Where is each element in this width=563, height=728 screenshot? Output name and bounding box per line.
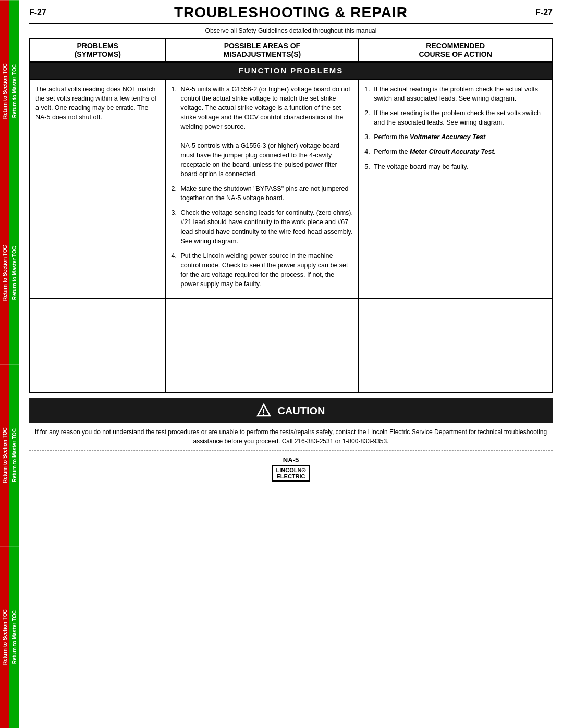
list-item: 5. The voltage board may be faulty. (364, 162, 546, 171)
list-item: 1. NA-5 units with a G1556-2 (or higher)… (172, 84, 353, 179)
brand-name: LINCOLN (276, 467, 302, 473)
list-item: 4. Put the Lincoln welding power source … (172, 251, 353, 289)
caution-text: If for any reason you do not understand … (29, 427, 553, 446)
lincoln-logo: LINCOLN® ELECTRIC (272, 465, 310, 482)
page-header: F-27 TROUBLESHOOTING & REPAIR F-27 (29, 0, 553, 24)
caution-label: CAUTION (277, 405, 325, 417)
side-tab-section-toc-2[interactable]: Return to Section TOC (0, 182, 9, 364)
header-problems: PROBLEMS(SYMPTOMS) (30, 38, 166, 62)
empty-row (30, 299, 552, 392)
problems-cell: The actual volts reading does NOT match … (30, 80, 166, 299)
side-tab-section-toc-4[interactable]: Return to Section TOC (0, 546, 9, 728)
registered-icon: ® (301, 467, 305, 473)
table-row: The actual volts reading does NOT match … (30, 80, 552, 299)
header-possible: POSSIBLE AREAS OFMISADJUSTMENTS(S) (166, 38, 359, 62)
side-tab-master-toc-3[interactable]: Return to Master TOC (9, 364, 19, 546)
recommended-cell: 1. If the actual reading is the problem … (359, 80, 552, 299)
header-recommended: RECOMMENDEDCOURSE OF ACTION (359, 38, 552, 62)
page-num-right: F-27 (535, 8, 553, 17)
side-tab-master-toc-4[interactable]: Return to Master TOC (9, 546, 19, 728)
possible-list: 1. NA-5 units with a G1556-2 (or higher)… (172, 84, 353, 289)
footer-divider (29, 450, 553, 451)
footer-model: NA-5 (29, 456, 553, 464)
side-tab-section-toc-1[interactable]: Return to Section TOC (0, 0, 9, 182)
list-item: 2. If the set reading is the problem che… (364, 108, 546, 127)
side-tab-master-toc-1[interactable]: Return to Master TOC (9, 0, 19, 182)
page-num-left: F-27 (29, 8, 46, 17)
section-header-cell: FUNCTION PROBLEMS (30, 62, 552, 80)
side-tab-master-toc-2[interactable]: Return to Master TOC (9, 182, 19, 364)
section-header-text: FUNCTION PROBLEMS (239, 66, 344, 75)
side-tab-section-toc-3[interactable]: Return to Section TOC (0, 364, 9, 546)
list-item: 1. If the actual reading is the problem … (364, 84, 546, 103)
caution-triangle-icon: ! (256, 403, 271, 418)
problems-text: The actual volts reading does NOT match … (35, 85, 156, 121)
safety-note: Observe all Safety Guidelines detailed t… (29, 24, 553, 38)
caution-bar: ! CAUTION (29, 398, 553, 423)
page-title: TROUBLESHOOTING & REPAIR (46, 4, 535, 21)
table-header-row: PROBLEMS(SYMPTOMS) POSSIBLE AREAS OFMISA… (30, 38, 552, 62)
svg-text:!: ! (263, 408, 265, 416)
recommended-list: 1. If the actual reading is the problem … (364, 84, 546, 171)
brand-sub: ELECTRIC (277, 473, 305, 479)
list-item: 3. Check the voltage sensing leads for c… (172, 208, 353, 246)
section-header-row: FUNCTION PROBLEMS (30, 62, 552, 80)
list-item: 4. Perform the Meter Circuit Accuraty Te… (364, 147, 546, 156)
possible-cell: 1. NA-5 units with a G1556-2 (or higher)… (166, 80, 359, 299)
list-item: 3. Perform the Voltmeter Accuracy Test (364, 132, 546, 142)
side-tabs: Return to Section TOC Return to Master T… (0, 0, 19, 728)
main-table: PROBLEMS(SYMPTOMS) POSSIBLE AREAS OFMISA… (29, 38, 553, 393)
list-item: 2. Make sure the shutdown "BYPASS" pins … (172, 184, 353, 203)
footer-area: NA-5 LINCOLN® ELECTRIC (29, 453, 553, 485)
